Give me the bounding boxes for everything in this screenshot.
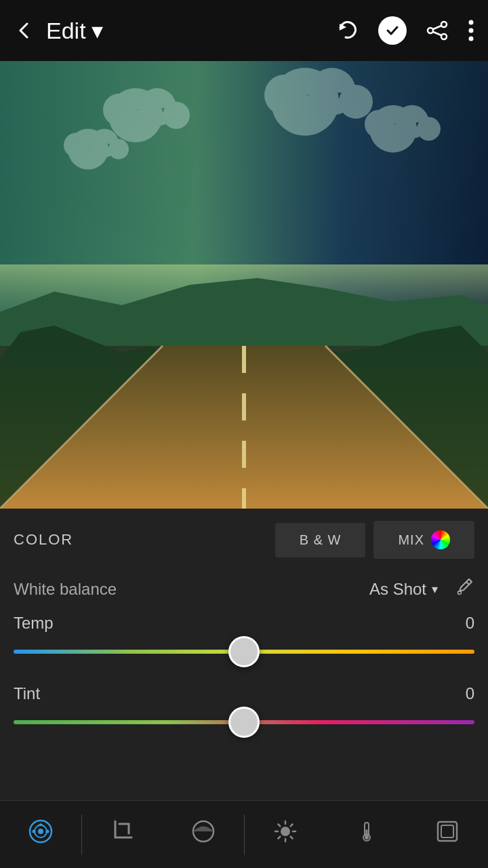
svg-point-28 xyxy=(365,835,369,840)
undo-button[interactable] xyxy=(335,18,359,43)
svg-point-6 xyxy=(469,20,474,25)
nav-item-crop[interactable] xyxy=(82,801,163,868)
photo-canvas xyxy=(0,61,488,509)
svg-line-22 xyxy=(291,837,293,839)
crop-icon xyxy=(110,818,136,850)
back-button[interactable] xyxy=(14,20,35,41)
confirm-button[interactable] xyxy=(378,16,407,45)
thermometer-icon xyxy=(354,818,380,850)
svg-point-14 xyxy=(45,830,49,833)
selective-icon xyxy=(190,818,216,850)
svg-point-13 xyxy=(32,830,35,833)
mix-tab[interactable]: MIX xyxy=(373,521,474,559)
tint-value: 0 xyxy=(466,684,474,703)
svg-point-16 xyxy=(281,827,290,836)
nav-item-presets[interactable] xyxy=(0,801,81,868)
bw-tab[interactable]: B & W xyxy=(275,523,366,557)
color-label: COLOR xyxy=(14,531,267,549)
temp-slider-section: Temp 0 xyxy=(0,607,488,667)
nav-item-color[interactable] xyxy=(326,801,407,868)
svg-point-2 xyxy=(428,28,433,33)
photo-area xyxy=(0,61,488,509)
svg-point-1 xyxy=(441,22,447,27)
white-balance-value: As Shot xyxy=(369,580,426,599)
effects-icon xyxy=(434,818,460,850)
color-tabs: COLOR B & W MIX xyxy=(0,509,488,566)
title-text: Edit xyxy=(46,18,86,44)
tint-label: Tint xyxy=(14,684,40,703)
mix-label: MIX xyxy=(398,532,424,548)
tint-slider-track-wrap[interactable] xyxy=(14,710,474,734)
tint-slider-thumb[interactable] xyxy=(228,707,260,738)
temp-slider-track-wrap[interactable] xyxy=(14,639,474,664)
white-balance-dropdown[interactable]: As Shot ▾ xyxy=(369,580,438,599)
svg-point-9 xyxy=(458,591,462,595)
more-button[interactable] xyxy=(468,19,474,42)
svg-point-7 xyxy=(469,28,474,33)
white-balance-arrow: ▾ xyxy=(432,582,438,597)
svg-line-24 xyxy=(278,837,280,839)
svg-rect-30 xyxy=(441,825,453,837)
temp-value: 0 xyxy=(466,614,474,633)
bottom-nav xyxy=(0,800,488,868)
title-dropdown-icon: ▾ xyxy=(92,17,103,44)
nav-item-selective[interactable] xyxy=(163,801,244,868)
nav-item-light[interactable] xyxy=(245,801,326,868)
mix-circle-icon xyxy=(431,530,450,549)
light-icon xyxy=(272,818,298,850)
nav-item-effects[interactable] xyxy=(407,801,488,868)
white-balance-label: White balance xyxy=(14,580,369,599)
svg-point-12 xyxy=(38,829,43,834)
svg-point-8 xyxy=(469,37,474,41)
top-bar: Edit ▾ xyxy=(0,0,488,61)
svg-line-21 xyxy=(278,825,280,827)
edit-title[interactable]: Edit ▾ xyxy=(46,17,103,44)
white-balance-row: White balance As Shot ▾ xyxy=(0,566,488,607)
presets-icon xyxy=(27,818,54,851)
bottom-panel: COLOR B & W MIX White balance As Shot ▾ … xyxy=(0,509,488,868)
tint-slider-section: Tint 0 xyxy=(0,677,488,737)
share-button[interactable] xyxy=(426,19,449,42)
svg-line-5 xyxy=(433,32,441,35)
svg-line-23 xyxy=(291,825,293,827)
temp-label: Temp xyxy=(14,614,54,633)
eyedropper-icon[interactable] xyxy=(454,576,474,601)
svg-line-4 xyxy=(433,26,441,29)
svg-point-3 xyxy=(441,34,447,39)
temp-slider-thumb[interactable] xyxy=(228,636,260,667)
